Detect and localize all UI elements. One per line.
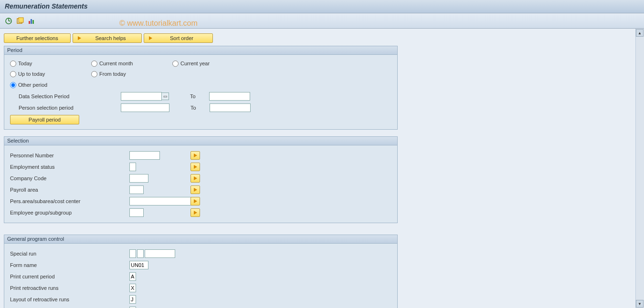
page-title: Remuneration Statements — [5, 2, 87, 10]
title-bar: Remuneration Statements — [0, 0, 644, 13]
multiple-selection-button[interactable] — [190, 197, 200, 205]
radio-label: From today — [99, 71, 126, 77]
svg-rect-5 — [29, 21, 30, 24]
app-toolbar — [0, 13, 644, 29]
group-header: Selection — [4, 137, 397, 145]
employment-status-input[interactable] — [129, 163, 136, 171]
arrow-right-icon — [76, 35, 83, 41]
bar-chart-icon[interactable] — [27, 16, 36, 26]
company-code-input[interactable] — [129, 174, 148, 183]
payroll-area-label: Payroll area — [10, 187, 129, 193]
print-current-input[interactable] — [129, 272, 136, 281]
to-label: To — [190, 93, 209, 99]
print-retro-label: Print retroactive runs — [10, 285, 129, 291]
to-label: To — [190, 105, 210, 111]
print-retro-input[interactable] — [129, 284, 136, 292]
employment-status-label: Employment status — [10, 164, 129, 170]
radio-today[interactable]: Today — [10, 61, 32, 67]
layout-retro-input[interactable] — [129, 295, 136, 304]
radio-label: Current year — [180, 61, 210, 66]
personnel-number-input[interactable] — [129, 151, 160, 160]
employee-group-label: Employee group/subgroup — [10, 210, 129, 216]
action-row: Further selections Search helps Sort ord… — [4, 33, 640, 43]
arrow-right-icon — [192, 209, 199, 216]
multiple-selection-button[interactable] — [190, 151, 200, 160]
arrow-right-icon — [192, 186, 199, 193]
search-helps-button[interactable]: Search helps — [73, 33, 142, 43]
multiple-selection-button[interactable] — [190, 163, 200, 171]
selection-group: Selection Personnel Number Employment st… — [4, 136, 398, 223]
arrow-right-icon — [192, 175, 199, 182]
execute-icon[interactable] — [4, 16, 13, 26]
person-selection-from-input[interactable] — [121, 103, 169, 112]
multiple-selection-button[interactable] — [190, 185, 200, 194]
arrow-right-icon — [192, 198, 199, 205]
pers-area-label: Pers.area/subarea/cost center — [10, 198, 129, 204]
payroll-period-label: Payroll period — [29, 117, 61, 123]
variant-icon[interactable] — [15, 16, 25, 26]
radio-label: Other period — [18, 82, 47, 88]
print-current-label: Print current period — [10, 274, 129, 279]
sort-order-label: Sort order — [170, 35, 193, 41]
person-selection-to-input[interactable] — [210, 103, 251, 112]
svg-rect-7 — [32, 20, 34, 24]
special-run-input-2[interactable] — [137, 249, 144, 258]
form-name-input[interactable] — [129, 261, 148, 269]
radio-from-today[interactable]: From today — [91, 71, 126, 77]
payroll-area-input[interactable] — [129, 185, 144, 194]
data-selection-from-input[interactable] — [121, 92, 162, 101]
personnel-number-label: Personnel Number — [10, 153, 129, 158]
arrow-right-icon — [192, 164, 199, 170]
sort-order-button[interactable]: Sort order — [144, 33, 213, 43]
radio-label: Up to today — [18, 71, 45, 77]
multiple-selection-button[interactable] — [190, 208, 200, 217]
multiple-selection-button[interactable] — [190, 174, 200, 183]
special-run-input-3[interactable] — [145, 249, 175, 258]
data-selection-to-input[interactable] — [209, 92, 250, 101]
person-selection-period-label: Person selection period — [19, 105, 121, 111]
svg-rect-6 — [31, 19, 32, 24]
special-run-label: Special run — [10, 251, 129, 257]
radio-label: Current month — [99, 61, 133, 66]
radio-other-period[interactable]: Other period — [10, 82, 47, 88]
arrow-right-icon — [147, 35, 154, 41]
search-helps-label: Search helps — [95, 35, 126, 41]
scroll-up-icon[interactable]: ▲ — [636, 29, 644, 37]
radio-current-year[interactable]: Current year — [172, 61, 210, 67]
group-header: Period — [4, 46, 397, 55]
company-code-label: Company Code — [10, 175, 129, 181]
employee-group-input[interactable] — [129, 208, 144, 217]
payroll-period-button[interactable]: Payroll period — [10, 115, 79, 124]
form-name-label: Form name — [10, 262, 129, 268]
value-help-icon[interactable]: ▭ — [161, 92, 169, 100]
period-group: Period Today Current month Current year … — [4, 46, 398, 130]
svg-rect-4 — [19, 18, 23, 22]
group-header: General program control — [4, 235, 397, 244]
special-run-input-1[interactable] — [129, 249, 136, 258]
radio-label: Today — [18, 61, 32, 66]
data-selection-period-label: Data Selection Period — [19, 93, 121, 99]
scroll-down-icon[interactable]: ▼ — [636, 300, 644, 308]
scrollbar[interactable]: ▲ ▼ — [635, 29, 644, 308]
further-selections-label: Further selections — [16, 35, 58, 41]
radio-up-to-today[interactable]: Up to today — [10, 71, 45, 77]
radio-current-month[interactable]: Current month — [91, 61, 133, 67]
further-selections-button[interactable]: Further selections — [4, 33, 71, 43]
layout-retro-label: Layout of retroactive runs — [10, 297, 129, 302]
general-group: General program control Special run Form… — [4, 235, 398, 308]
main-content: Further selections Search helps Sort ord… — [0, 29, 644, 308]
pers-area-input[interactable] — [129, 197, 195, 205]
arrow-right-icon — [192, 152, 199, 159]
